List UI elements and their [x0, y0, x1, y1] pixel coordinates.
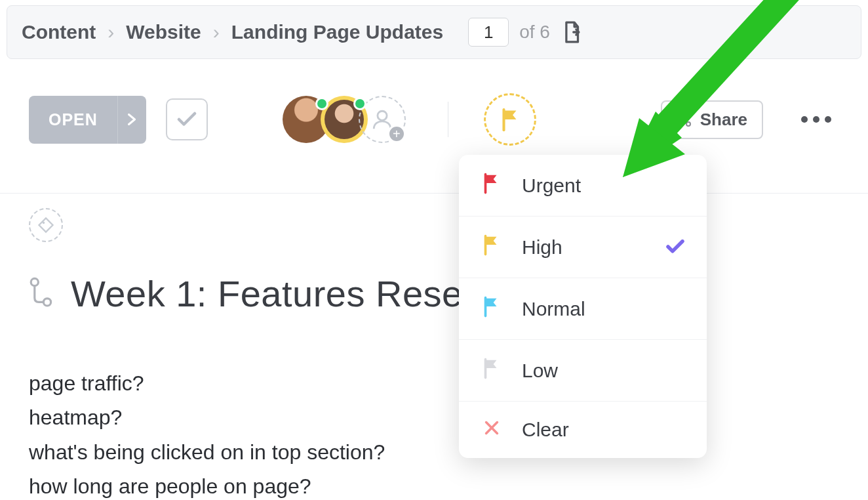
flag-icon [481, 295, 502, 322]
desc-line: page traffic? [29, 366, 839, 400]
priority-menu: Urgent High Normal Low Clear [459, 155, 707, 458]
priority-label: Normal [522, 298, 585, 320]
priority-label: Low [522, 360, 558, 382]
more-menu-button[interactable] [793, 108, 839, 131]
presence-indicator [353, 97, 366, 110]
svg-point-5 [31, 278, 38, 285]
divider [448, 102, 448, 137]
breadcrumb-item-landing[interactable]: Landing Page Updates [231, 21, 443, 43]
presence-indicator [315, 97, 328, 110]
breadcrumb-item-website[interactable]: Website [126, 21, 201, 43]
priority-option-clear[interactable]: Clear [459, 402, 707, 458]
svg-point-4 [43, 222, 45, 224]
page-indicator: of 6 [468, 18, 583, 47]
plus-icon: + [387, 125, 406, 143]
breadcrumb: Content › Website › Landing Page Updates… [7, 5, 861, 59]
chevron-right-icon: › [213, 21, 220, 43]
tag-icon [37, 216, 55, 234]
priority-label: Clear [522, 419, 569, 441]
close-icon [481, 419, 502, 440]
breadcrumb-item-content[interactable]: Content [22, 21, 96, 43]
flag-icon [481, 357, 502, 384]
svg-point-1 [679, 117, 682, 121]
chevron-right-icon: › [108, 21, 114, 43]
priority-option-urgent[interactable]: Urgent [459, 155, 707, 217]
priority-label: High [522, 236, 562, 259]
caret-right-icon [128, 114, 136, 125]
flag-icon [481, 234, 502, 260]
task-toolbar: OPEN + Share [0, 64, 868, 175]
page-current-input[interactable] [468, 18, 509, 47]
priority-option-low[interactable]: Low [459, 340, 707, 402]
add-tag-button[interactable] [29, 208, 63, 242]
open-button[interactable]: OPEN [29, 96, 117, 144]
check-icon [177, 112, 197, 127]
svg-point-3 [686, 122, 690, 126]
svg-point-0 [378, 111, 387, 120]
desc-line: what's being clicked on in top section? [29, 435, 839, 469]
flag-icon [499, 107, 521, 132]
svg-point-6 [43, 298, 50, 305]
page-total: of 6 [519, 22, 550, 43]
assignees: + [283, 96, 406, 143]
next-page-icon[interactable] [561, 20, 583, 45]
flag-icon [481, 172, 502, 199]
task-description[interactable]: page traffic? heatmap? what's being clic… [29, 366, 839, 500]
share-button[interactable]: Share [661, 100, 763, 139]
share-label: Share [700, 110, 747, 130]
complete-button[interactable] [166, 98, 208, 140]
priority-label: Urgent [522, 175, 581, 197]
subtask-icon [29, 277, 55, 311]
svg-point-2 [686, 113, 690, 117]
priority-button[interactable] [484, 93, 536, 146]
desc-line: how long are people on page? [29, 469, 839, 500]
desc-line: heatmap? [29, 400, 839, 434]
share-icon [677, 112, 692, 127]
priority-option-high[interactable]: High [459, 217, 707, 278]
check-icon [666, 236, 684, 259]
priority-option-normal[interactable]: Normal [459, 278, 707, 340]
open-dropdown-button[interactable] [117, 96, 146, 144]
